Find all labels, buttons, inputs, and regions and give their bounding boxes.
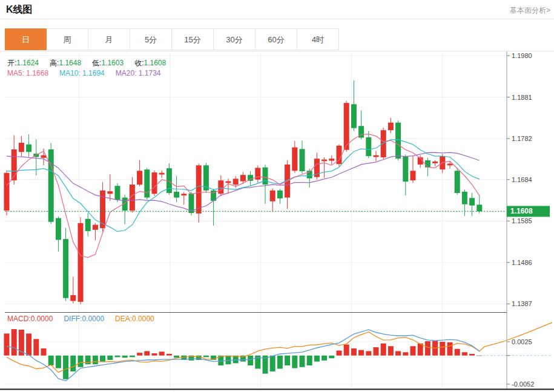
kline-page: K线图 基本面分析> 日周月5分15分30分60分4时 1.19801.1881… bbox=[0, 0, 554, 392]
svg-text:1.1608: 1.1608 bbox=[510, 207, 533, 215]
dea-value: 0.0000 bbox=[132, 315, 154, 323]
period-tabs: 日周月5分15分30分60分4时 bbox=[0, 28, 554, 51]
period-tab-4[interactable]: 15分 bbox=[172, 28, 214, 50]
period-tab-1[interactable]: 周 bbox=[47, 28, 88, 50]
svg-text:1.1684: 1.1684 bbox=[512, 176, 532, 183]
period-tab-2[interactable]: 月 bbox=[88, 28, 130, 50]
header: K线图 基本面分析> bbox=[0, 0, 554, 19]
macd-label: MACD: bbox=[7, 315, 31, 323]
svg-text:1.1980: 1.1980 bbox=[512, 52, 532, 59]
svg-text:1.1782: 1.1782 bbox=[512, 135, 532, 142]
ma20-label: MA20: bbox=[116, 69, 137, 77]
high-label: 高: bbox=[50, 59, 59, 67]
period-tab-0[interactable]: 日 bbox=[5, 28, 47, 50]
close-label: 收: bbox=[134, 59, 143, 67]
kline-chart[interactable] bbox=[5, 51, 507, 389]
ma5-value: 1.1668 bbox=[26, 69, 48, 77]
dea-label: DEA: bbox=[115, 315, 132, 323]
period-tab-7[interactable]: 4时 bbox=[297, 28, 339, 50]
macd-value: 0.0000 bbox=[31, 315, 53, 323]
open-value: 1.1624 bbox=[16, 59, 39, 67]
svg-text:-0.0052: -0.0052 bbox=[512, 381, 534, 388]
diff-value: 0.0000 bbox=[82, 315, 104, 323]
ma10-label: MA10: bbox=[59, 69, 81, 77]
svg-text:0.0025: 0.0025 bbox=[512, 338, 532, 345]
high-value: 1.1648 bbox=[59, 59, 81, 67]
fundamental-analysis-link[interactable]: 基本面分析> bbox=[510, 5, 550, 16]
low-value: 1.1603 bbox=[101, 59, 124, 67]
ma20-value: 1.1734 bbox=[139, 69, 161, 77]
svg-text:1.1881: 1.1881 bbox=[512, 94, 532, 101]
close-value: 1.1608 bbox=[143, 59, 166, 67]
ma10-value: 1.1694 bbox=[82, 69, 105, 77]
low-label: 低: bbox=[92, 59, 101, 67]
period-tab-6[interactable]: 60分 bbox=[256, 28, 297, 50]
ohlc-info: 开:1.1624 高:1.1648 低:1.1603 收:1.1608 bbox=[7, 58, 177, 68]
ma5-label: MA5: bbox=[7, 69, 24, 77]
open-label: 开: bbox=[7, 59, 16, 67]
period-tab-3[interactable]: 5分 bbox=[130, 28, 172, 50]
page-title: K线图 bbox=[6, 4, 33, 16]
diff-label: DIFF: bbox=[64, 315, 82, 323]
svg-text:1.1387: 1.1387 bbox=[512, 300, 532, 307]
svg-text:1.1486: 1.1486 bbox=[512, 259, 532, 266]
svg-text:1.1585: 1.1585 bbox=[512, 217, 532, 224]
period-tab-5[interactable]: 30分 bbox=[214, 28, 256, 50]
ma-info: MA5: 1.1668 MA10: 1.1694 MA20: 1.1734 bbox=[7, 69, 172, 77]
macd-info: MACD:0.0000 DIFF:0.0000 DEA:0.0000 bbox=[7, 315, 165, 323]
